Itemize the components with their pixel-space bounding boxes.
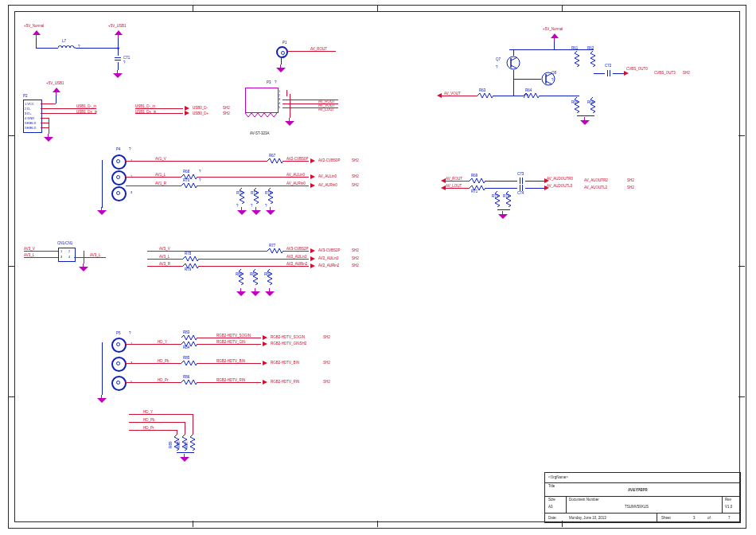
rca-jack: [111, 338, 127, 353]
resistor-r67: [267, 158, 283, 163]
wire: [197, 363, 261, 364]
net-label: RGB2-HDTV_RIN: [271, 380, 299, 384]
offpage-connector-icon: [544, 185, 549, 190]
sheet-ref: SH2: [223, 106, 230, 110]
resistor-r74: [268, 188, 273, 204]
svg-point-0: [507, 57, 520, 69]
net-label: RGB2-HDTV_BIN: [271, 361, 299, 365]
refdes: P1: [283, 41, 287, 45]
offpage-connector-icon: [310, 264, 315, 268]
offpage-connector-icon: [310, 174, 315, 179]
offpage-connector-icon: [437, 93, 442, 98]
capacitor-c74: [517, 185, 525, 191]
border-tick: [8, 266, 14, 267]
wire: [513, 70, 514, 96]
refdes: Q8: [551, 71, 556, 75]
net-label: AV_AULin0: [286, 173, 305, 177]
wire: [577, 115, 594, 116]
refdes: CN1/CN1: [57, 241, 72, 245]
capacitor-c72: [605, 70, 613, 76]
wire: [41, 127, 49, 128]
wire: [129, 414, 193, 415]
resistor-r87: [190, 435, 195, 451]
border-tick: [8, 396, 14, 397]
wire: [199, 266, 309, 267]
net-label: AV1_R: [155, 182, 166, 185]
refdes: R86: [183, 375, 189, 379]
refdes: R85: [183, 356, 189, 360]
refdes: R62: [587, 46, 594, 50]
resistor-r61: [575, 51, 579, 67]
sheet-ref: SH2: [323, 361, 330, 365]
wire: [283, 161, 309, 162]
resistor-r72: [240, 188, 244, 204]
pin-label: SHIELD: [25, 126, 36, 130]
pin-label: 2 D-: [25, 107, 31, 111]
sheet-title: AV&YPBPR: [628, 488, 648, 492]
svg-line-3: [511, 65, 517, 68]
wire: [286, 90, 287, 96]
rca-jack: [111, 186, 127, 201]
power-arrow-icon: [115, 30, 123, 38]
offpage-connector-icon: [310, 158, 315, 163]
wire: [41, 103, 56, 104]
wire: [185, 422, 185, 435]
rca-jack: [111, 376, 127, 391]
net-label: AV_AUDOUTL0: [547, 184, 572, 188]
net-label: AV2-CVBS0P: [286, 157, 308, 161]
wire: [497, 209, 510, 210]
offpage-connector-icon: [185, 111, 189, 115]
refdes: R68: [183, 170, 189, 174]
net-label: AV1_L: [155, 173, 166, 177]
label: Size: [548, 498, 555, 502]
wire: [126, 382, 181, 383]
refdes: R79: [185, 268, 191, 271]
wire: [485, 181, 517, 182]
sheet-ref: SH2: [352, 183, 359, 187]
net-label: AV_AULin0: [318, 174, 337, 178]
wire: [56, 96, 57, 103]
refdes: R84: [183, 346, 189, 350]
resistor-r77: [267, 248, 283, 253]
sheet-inner-border: [14, 11, 740, 522]
net-label: AV2_AULin2: [286, 255, 306, 259]
refdes: R82: [264, 272, 271, 276]
net-label: AV3_L: [159, 255, 170, 259]
wire: [493, 96, 524, 96]
wire: [554, 41, 555, 49]
sheet-ref: SH2: [323, 335, 330, 339]
ground-icon: [79, 264, 88, 271]
sheet-total: 7: [728, 516, 731, 520]
offpage-connector-icon: [310, 256, 315, 261]
connector-p3: [245, 88, 279, 113]
border-tick: [193, 5, 193, 11]
net-label: HD_Pb: [143, 418, 155, 422]
ground-icon: [276, 64, 286, 72]
net-label: CVBS_OUT3: [654, 71, 676, 75]
label: Sheet: [661, 516, 671, 520]
wire: [525, 181, 544, 182]
inductor-l7: [58, 45, 76, 51]
wire: [126, 363, 181, 364]
wire: [102, 160, 103, 208]
part-value: AV-ST-323A: [250, 131, 269, 135]
ground-icon: [237, 207, 247, 215]
ground-icon: [580, 117, 590, 125]
offpage-connector-icon: [624, 71, 629, 76]
ground-icon: [285, 118, 294, 126]
ground-icon: [251, 207, 261, 215]
wire: [102, 342, 103, 395]
offpage-connector-icon: [263, 335, 267, 340]
pin-label: 5: [279, 105, 280, 109]
resistor-r82: [267, 269, 272, 285]
sheet-ref: SH2: [683, 71, 690, 75]
offpage-connector-icon: [310, 248, 315, 253]
sheet-ref: SH2: [323, 380, 330, 384]
pin-label: 4: [68, 255, 70, 259]
net-label: AV_ROUT: [446, 177, 462, 181]
part-value: ?: [123, 61, 126, 64]
wire: [594, 73, 605, 74]
wire: [513, 49, 514, 56]
wire: [283, 251, 309, 252]
pin-label: 2: [68, 249, 70, 253]
